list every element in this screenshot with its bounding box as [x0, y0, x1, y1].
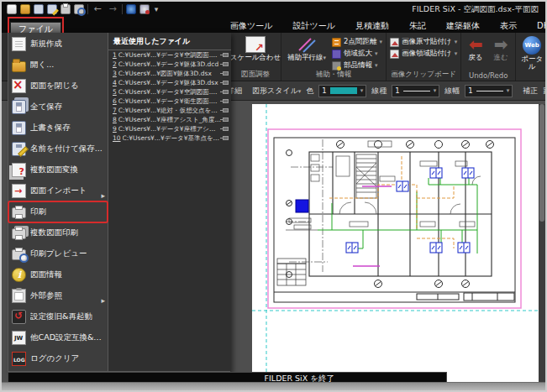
pin-icon[interactable] [223, 62, 229, 66]
color-label: 色 [306, 86, 313, 97]
recent-file[interactable]: 8C:¥Users¥...¥座標アシスト_角度参照.dsx [108, 115, 231, 124]
save-icon [12, 121, 26, 135]
shape-style-dropdown[interactable]: 図形スタイル [252, 86, 301, 97]
recent-files-header: 最近使用したファイル [108, 33, 231, 50]
menu-item-save-all[interactable]: 全て保存 [8, 97, 108, 118]
ac-unit [430, 168, 442, 178]
menu-item-open[interactable]: 開く... [8, 55, 108, 76]
forward-arrow-icon[interactable]: → [107, 4, 118, 14]
menu-item-restore-settings[interactable]: 設定復旧&再起動 [8, 306, 108, 327]
linetype-select[interactable]: 1 [392, 85, 439, 97]
drawing-canvas[interactable] [252, 104, 540, 384]
print-icon [12, 207, 26, 218]
scale-fit-button[interactable]: スケール合わせ [234, 34, 277, 61]
recent-file[interactable]: 2C:¥Users¥...¥データ¥躯体3D.dcd [108, 60, 231, 69]
floorplan [252, 104, 540, 384]
group-undo-redo: ⬅ 戻る ➡ 進む Undo/Redo [461, 33, 516, 81]
menu-item-import[interactable]: 図面インポート [8, 180, 108, 201]
pin-icon[interactable] [223, 136, 229, 140]
pin-icon[interactable] [223, 53, 229, 57]
paste-image-actual-size-button[interactable]: 画像原寸貼付け [390, 37, 457, 47]
linewidth-label: 線幅 [444, 86, 460, 97]
group-aux-info: 補助平行線 2点間距離 領域拡大 部品情報 補助・情報 [281, 33, 387, 81]
recent-file[interactable]: 3C:¥Users¥...¥図面¥躯体3D.dsx [108, 69, 231, 78]
tab-markup[interactable]: 朱記 [409, 20, 426, 32]
recent-file[interactable]: 10C:¥Users¥...¥データ¥基準点を指定する.dsx [108, 133, 231, 143]
portal-icon[interactable] [126, 4, 136, 14]
linetype-sample [403, 88, 430, 94]
area-zoom-button[interactable]: 領域拡大 [332, 49, 382, 59]
linewidth-sample [476, 88, 503, 94]
save-as-icon[interactable] [47, 4, 57, 14]
menu-item-print-preview[interactable]: 印刷プレビュー [8, 243, 108, 264]
menu-item-cad-compat[interactable]: 他CAD設定互換&再起動 [8, 327, 108, 348]
menu-item-batch-convert[interactable]: 複数図面変換 [8, 159, 108, 180]
linewidth-select[interactable]: 1 [465, 85, 513, 97]
menu-item-save-as[interactable]: 名前を付けて保存... [8, 139, 108, 159]
recent-file[interactable]: 6C:¥Users¥...¥データ¥衛生図面.dcd [108, 97, 231, 106]
vertical-scrollbar[interactable] [539, 104, 545, 384]
recent-file[interactable]: 1C:¥Users¥...¥データ¥空調図面.dsx [108, 50, 231, 60]
title-bar: ← → ▾ FILDER SiX - 空調図面.dsx-平面図 [2, 2, 545, 17]
aux-parallel-line-button[interactable]: 補助平行線 [285, 34, 329, 62]
window-title: FILDER SiX - 空調図面.dsx-平面図 [412, 4, 539, 15]
pin-icon[interactable] [223, 118, 229, 122]
two-point-distance-button[interactable]: 2点間距離 [332, 37, 382, 47]
customize-toolbar-icon[interactable]: ▾ [153, 4, 160, 14]
menu-item-save[interactable]: 上書き保存 [8, 118, 108, 139]
ac-unit [430, 243, 442, 253]
recent-file[interactable]: 4C:¥Users¥...¥データ¥躯体3D.dsx [108, 78, 231, 87]
clipboard-icon [12, 289, 26, 303]
print-icon[interactable] [60, 4, 71, 14]
group-image-clipboard: 画像原寸貼付け 画像領域貼付け 画像クリップボード [387, 33, 461, 81]
quick-access-toolbar: ← → ▾ [7, 4, 160, 14]
recent-file[interactable]: 9C:¥Users¥...¥データ¥座標アシスト.dsx [108, 124, 231, 133]
color-select[interactable]: 1 [318, 85, 366, 97]
recent-file[interactable]: 7C:¥Users¥...¥絶対・仮想交点を指定する.dsx [108, 106, 231, 115]
pin-icon[interactable] [223, 108, 229, 112]
new-drawing-icon[interactable] [7, 4, 17, 14]
pin-icon[interactable] [223, 90, 229, 94]
part-info-icon [332, 61, 341, 71]
tab-dk-bim[interactable]: DK-BIM連携 [537, 20, 547, 32]
menu-item-clear-log[interactable]: ログのクリア [8, 348, 108, 369]
ac-unit [397, 181, 408, 191]
toolbar-separator [87, 4, 88, 14]
menu-item-new[interactable]: 新規作成 [8, 34, 108, 55]
scale-fit-icon [245, 36, 266, 53]
pin-icon[interactable] [223, 99, 229, 103]
paste-image-region-button[interactable]: 画像領域貼付け [390, 49, 457, 59]
tab-view[interactable]: 表示 [500, 20, 517, 32]
menu-item-external-reference[interactable]: 外部参照 [8, 285, 108, 306]
group-drawing-adjust: スケール合わせ 図面調整 [230, 33, 281, 81]
menu-item-close-drawing[interactable]: 図面を閉じる [8, 76, 108, 97]
undo-button[interactable]: ⬅ 戻る [465, 34, 487, 61]
portal-button[interactable]: Web ポータル [519, 34, 544, 71]
recent-file[interactable]: 5C:¥Users¥...¥データ¥空調図面.dcd [108, 87, 231, 97]
tab-building-frame[interactable]: 建築躯体 [446, 20, 480, 32]
menu-item-print[interactable]: 印刷 [8, 201, 108, 222]
tab-design-tools[interactable]: 設計ツール [292, 20, 334, 32]
capture-icon[interactable] [139, 4, 150, 14]
print-preview-icon[interactable] [74, 4, 84, 14]
undo-arrow-icon: ⬅ [469, 36, 483, 53]
correction-toggle[interactable]: 補正 [523, 86, 538, 97]
tab-image-tools[interactable]: 画像ツール [230, 20, 272, 32]
tab-estimate-link[interactable]: 見積連動 [355, 20, 389, 32]
menu-item-drawing-info[interactable]: 図面情報 [8, 264, 108, 285]
open-folder-icon [12, 61, 26, 72]
area-zoom-icon [332, 50, 341, 59]
open-icon[interactable] [20, 4, 30, 14]
close-drawing-icon [12, 79, 26, 93]
scrollbar-thumb[interactable] [539, 104, 544, 222]
image-icon [390, 50, 399, 59]
pin-icon[interactable] [223, 127, 229, 131]
save-icon[interactable] [34, 4, 44, 14]
pin-icon[interactable] [223, 81, 229, 85]
distance-toggle[interactable]: 距離 [543, 86, 547, 97]
pin-icon[interactable] [223, 71, 229, 76]
back-arrow-icon[interactable]: ← [92, 4, 103, 14]
app-window: ← → ▾ FILDER SiX - 空調図面.dsx-平面図 ファイル 画像ツ… [0, 0, 547, 392]
menu-item-batch-print[interactable]: 複数図面印刷 [8, 222, 108, 243]
redo-button[interactable]: ➡ 進む [490, 34, 512, 61]
